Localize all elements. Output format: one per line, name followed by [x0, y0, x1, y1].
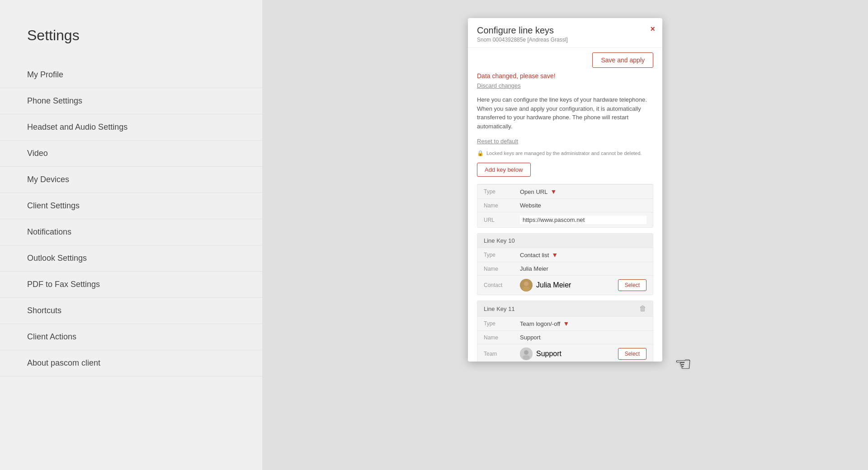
lk10-type-text: Contact list: [520, 252, 549, 258]
lk10-contact-info: Julia Meier: [520, 279, 571, 291]
modal-header: Configure line keys Snom 0004392885e [An…: [468, 18, 662, 48]
type-value[interactable]: Open URL ▼: [520, 188, 646, 195]
lk11-team-info: Support: [520, 348, 561, 360]
lk11-name-row: Name Support: [477, 330, 653, 344]
line-key-11-delete-icon[interactable]: 🗑: [639, 305, 646, 313]
lk11-dropdown-arrow: ▼: [563, 320, 569, 327]
lk10-contact-row-inner: Julia Meier Select: [520, 279, 646, 291]
sidebar-item-my-profile[interactable]: My Profile: [0, 62, 262, 88]
type-label: Type: [484, 188, 520, 195]
line-key-10-title: Line Key 10: [484, 237, 515, 244]
main-content: Configure line keys Snom 0004392885e [An…: [262, 0, 868, 470]
discard-changes-link[interactable]: Discard changes: [477, 82, 521, 89]
line-key-section-website: Type Open URL ▼ Name Website URL https:/…: [477, 184, 653, 228]
modal-subtitle: Snom 0004392885e [Andreas Grassl]: [477, 37, 653, 43]
sidebar-item-outlook-settings[interactable]: Outlook Settings: [0, 245, 262, 272]
lk10-type-value[interactable]: Contact list ▼: [520, 251, 646, 258]
sidebar-item-pdf-fax[interactable]: PDF to Fax Settings: [0, 272, 262, 298]
lk11-name-label: Name: [484, 334, 520, 341]
lk10-contact-label: Contact: [484, 282, 520, 288]
lk10-dropdown-arrow: ▼: [552, 251, 558, 258]
type-dropdown-arrow: ▼: [550, 188, 557, 195]
sidebar-item-phone-settings[interactable]: Phone Settings: [0, 88, 262, 114]
line-key-10-section: Line Key 10 Type Contact list ▼ Name Jul…: [477, 233, 653, 295]
line-key-11-title: Line Key 11: [484, 306, 515, 312]
lock-icon: 🔒: [477, 150, 484, 156]
svg-point-1: [524, 282, 528, 286]
lk10-name-label: Name: [484, 266, 520, 272]
lk10-name-row: Name Julia Meier: [477, 262, 653, 275]
url-label: URL: [484, 217, 520, 223]
lk11-select-button[interactable]: Select: [618, 348, 646, 360]
add-key-below-button[interactable]: Add key below: [477, 163, 531, 177]
sidebar-item-my-devices[interactable]: My Devices: [0, 167, 262, 193]
lk11-team-row-inner: Support Select: [520, 348, 646, 360]
lk10-contact-avatar: [520, 279, 533, 291]
svg-point-4: [524, 350, 528, 355]
lk10-select-button[interactable]: Select: [618, 279, 646, 291]
lk11-type-value[interactable]: Team logon/-off ▼: [520, 320, 646, 327]
name-value: Website: [520, 202, 646, 209]
lk10-contact-row: Contact Julia Meier: [477, 275, 653, 295]
description-text: Here you can configure the line keys of …: [477, 95, 653, 131]
line-key-11-header: Line Key 11 🗑: [477, 301, 653, 316]
lk11-team-avatar: [520, 348, 533, 360]
sidebar-item-notifications[interactable]: Notifications: [0, 219, 262, 245]
lk11-type-label: Type: [484, 320, 520, 327]
svg-point-2: [523, 287, 530, 291]
locked-notice-text: Locked keys are managed by the administr…: [486, 150, 642, 156]
lk11-team-name: Support: [536, 350, 561, 358]
sidebar-title: Settings: [0, 27, 262, 62]
sidebar-item-client-actions[interactable]: Client Actions: [0, 324, 262, 350]
locked-notice: 🔒 Locked keys are managed by the adminis…: [477, 150, 653, 156]
lk10-type-row: Type Contact list ▼: [477, 248, 653, 262]
lk11-team-label: Team: [484, 351, 520, 357]
modal-title: Configure line keys: [477, 25, 653, 36]
line-key-10-header: Line Key 10: [477, 234, 653, 248]
modal-close-button[interactable]: ×: [650, 24, 655, 34]
url-input[interactable]: https://www.pascom.net: [520, 216, 646, 224]
modal-body: Data changed, please save! Discard chang…: [468, 72, 662, 362]
lk11-team-row: Team Support: [477, 344, 653, 362]
lk10-type-label: Type: [484, 252, 520, 258]
reset-to-default-link[interactable]: Reset to default: [477, 138, 518, 145]
lk10-contact-name: Julia Meier: [536, 281, 571, 289]
sidebar-item-headset-audio[interactable]: Headset and Audio Settings: [0, 114, 262, 141]
line-key-11-section: Line Key 11 🗑 Type Team logon/-off ▼ Nam…: [477, 301, 653, 362]
sidebar-item-about[interactable]: About pascom client: [0, 350, 262, 376]
line-key-type-row: Type Open URL ▼: [477, 184, 653, 198]
save-apply-button[interactable]: Save and apply: [592, 52, 653, 68]
lk11-name-value: Support: [520, 334, 646, 341]
sidebar-item-client-settings[interactable]: Client Settings: [0, 193, 262, 219]
data-changed-notice: Data changed, please save!: [477, 72, 653, 80]
type-text: Open URL: [520, 188, 547, 195]
lk11-type-text: Team logon/-off: [520, 320, 560, 327]
lk10-name-value: Julia Meier: [520, 265, 646, 272]
sidebar: Settings My Profile Phone Settings Heads…: [0, 0, 262, 470]
line-key-name-row: Name Website: [477, 198, 653, 212]
lk11-type-row: Type Team logon/-off ▼: [477, 316, 653, 330]
name-label: Name: [484, 202, 520, 209]
sidebar-item-video[interactable]: Video: [0, 141, 262, 167]
configure-line-keys-modal: Configure line keys Snom 0004392885e [An…: [468, 18, 662, 362]
modal-overlay: Configure line keys Snom 0004392885e [An…: [262, 0, 868, 470]
line-key-url-row: URL https://www.pascom.net: [477, 212, 653, 227]
sidebar-item-shortcuts[interactable]: Shortcuts: [0, 298, 262, 324]
svg-point-5: [523, 355, 530, 360]
modal-toolbar: Save and apply: [468, 48, 662, 72]
